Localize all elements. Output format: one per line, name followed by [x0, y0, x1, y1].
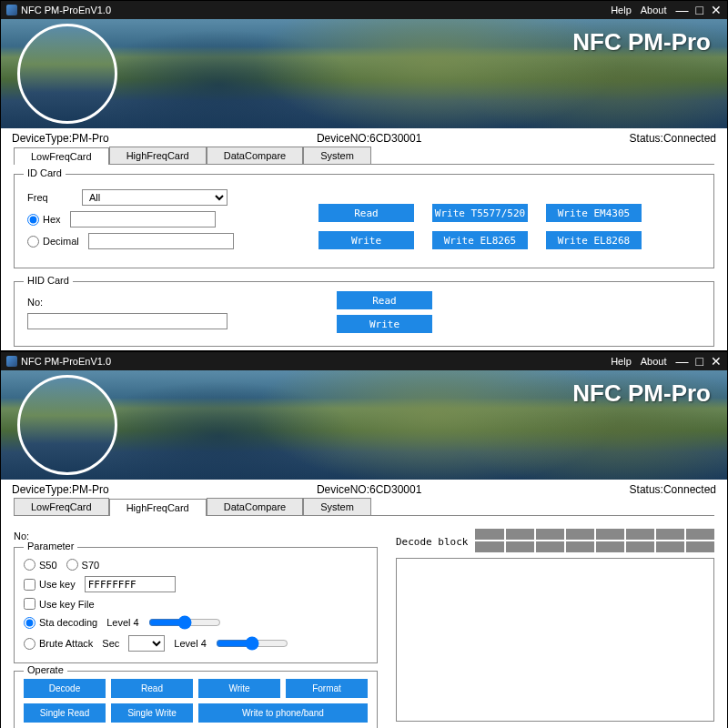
read-button[interactable]: Read [318, 204, 414, 222]
menu-about[interactable]: About [641, 5, 667, 15]
hid-read-button[interactable]: Read [337, 291, 432, 309]
banner-circle-image-2 [17, 375, 117, 475]
device-no: 6CD30001 [369, 132, 421, 145]
window-title-2: NFC PM-ProEnV1.0 [21, 356, 111, 367]
banner-title: NFC PM-Pro [572, 28, 711, 56]
tab-datacompare[interactable]: DataCompare [207, 147, 303, 164]
decode-block-label: Decode block [396, 536, 468, 548]
single-write-button[interactable]: Single Write [111, 703, 193, 723]
banner-2: NFC PM-Pro [1, 370, 727, 480]
titlebar: NFC PM-ProEnV1.0 Help About — □ ✕ [1, 1, 727, 19]
freq-select[interactable]: All [82, 189, 228, 206]
hid-no-input[interactable] [27, 313, 228, 329]
single-read-button[interactable]: Single Read [24, 703, 106, 723]
decode-button[interactable]: Decode [24, 679, 106, 698]
s50-radio[interactable] [24, 559, 35, 571]
sta-decoding-radio[interactable] [24, 617, 35, 629]
hidcard-group: HID Card No: Read Write [14, 281, 714, 347]
app-icon-2 [6, 356, 17, 367]
s70-radio[interactable] [66, 559, 78, 571]
write-em4305-button[interactable]: Write EM4305 [546, 204, 642, 222]
decimal-radio[interactable] [27, 236, 39, 248]
write-t5577-button[interactable]: Write T5577/520 [432, 204, 528, 222]
banner-circle-image [17, 24, 117, 124]
hf-write-button[interactable]: Write [198, 679, 280, 698]
operate-group: Operate Decode Read Write Format Single … [14, 671, 378, 728]
tab-lowfreq-2[interactable]: LowFreqCard [14, 498, 109, 515]
maximize-icon-2[interactable]: □ [696, 354, 703, 369]
menu-help-2[interactable]: Help [611, 356, 632, 367]
idcard-legend: ID Card [24, 167, 66, 178]
hex-radio[interactable] [27, 214, 39, 226]
status-value: Connected [663, 132, 716, 145]
use-key-check[interactable] [24, 579, 35, 591]
hidcard-legend: HID Card [24, 275, 73, 286]
hid-no-label: No: [27, 297, 43, 308]
tab-system[interactable]: System [303, 147, 371, 164]
device-no-label: DeviceNO: [317, 132, 369, 145]
titlebar-2: NFC PM-ProEnV1.0 Help About — □ ✕ [1, 352, 727, 370]
banner: NFC PM-Pro [1, 19, 727, 128]
status-bar: DeviceType:PM-Pro DeviceNO:6CD30001 Stat… [1, 128, 727, 147]
close-icon[interactable]: ✕ [711, 3, 722, 17]
key-input[interactable] [85, 576, 176, 592]
brute-attack-radio[interactable] [24, 638, 35, 650]
status-label: Status: [630, 132, 663, 145]
sec-select[interactable] [128, 635, 165, 652]
operate-legend: Operate [24, 664, 67, 675]
hf-read-button[interactable]: Read [111, 679, 193, 698]
minimize-icon[interactable]: — [676, 3, 689, 17]
decimal-label: Decimal [43, 236, 79, 247]
parameter-legend: Parameter [24, 541, 77, 551]
window-highfreq: NFC PM-ProEnV1.0 Help About — □ ✕ NFC PM… [0, 351, 728, 728]
write-phone-button[interactable]: Write to phone/band [198, 703, 368, 723]
status-bar-2: DeviceType:PM-Pro DeviceNO:6CD30001 Stat… [1, 480, 727, 498]
parameter-group: Parameter S50 S70 Use key Use key File S… [14, 547, 378, 663]
tab-datacompare-2[interactable]: DataCompare [207, 498, 303, 515]
hex-label: Hex [43, 214, 61, 225]
tab-highfreq[interactable]: HighFreqCard [109, 147, 207, 164]
hex-input[interactable] [70, 211, 216, 228]
idcard-group: ID Card Freq All Hex Decimal [14, 174, 714, 268]
close-icon-2[interactable]: ✕ [711, 354, 722, 369]
tab-lowfreq[interactable]: LowFreqCard [14, 147, 109, 165]
tab-highfreq-2[interactable]: HighFreqCard [109, 499, 207, 516]
format-button[interactable]: Format [286, 679, 368, 698]
banner-title-2: NFC PM-Pro [572, 379, 711, 408]
write-button[interactable]: Write [318, 231, 414, 249]
app-icon [6, 5, 17, 15]
tab-system-2[interactable]: System [303, 498, 371, 515]
menu-help[interactable]: Help [611, 5, 632, 15]
device-type-label: DeviceType: [12, 132, 72, 145]
window-lowfreq: NFC PM-ProEnV1.0 Help About — □ ✕ NFC PM… [0, 0, 728, 351]
hid-write-button[interactable]: Write [337, 315, 432, 333]
write-el8265-button[interactable]: Write EL8265 [432, 231, 528, 249]
minimize-icon-2[interactable]: — [676, 354, 689, 369]
level-slider[interactable] [148, 615, 221, 630]
decode-block-grid [475, 529, 714, 552]
decode-output-box [396, 558, 714, 722]
brute-level-slider[interactable] [216, 636, 288, 651]
maximize-icon[interactable]: □ [696, 3, 703, 17]
menu-about-2[interactable]: About [641, 356, 667, 367]
tab-bar: LowFreqCard HighFreqCard DataCompare Sys… [14, 147, 714, 165]
window-title: NFC PM-ProEnV1.0 [21, 5, 111, 15]
device-type: PM-Pro [72, 132, 109, 145]
decimal-input[interactable] [88, 233, 234, 249]
freq-label: Freq [27, 192, 73, 203]
tab-bar-2: LowFreqCard HighFreqCard DataCompare Sys… [14, 498, 714, 516]
write-el8268-button[interactable]: Write EL8268 [546, 231, 642, 249]
use-key-file-check[interactable] [24, 598, 35, 610]
